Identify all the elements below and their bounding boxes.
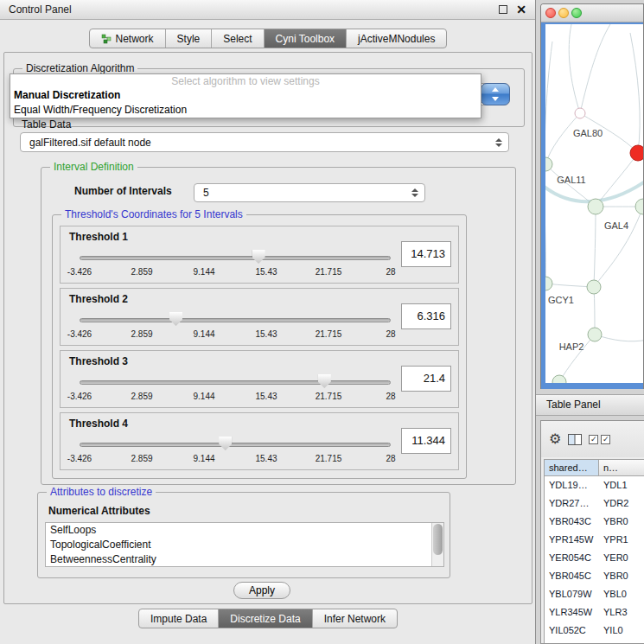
table-cell[interactable]: YER054C <box>545 549 599 567</box>
table-row[interactable]: YER054CYER0 <box>545 549 644 567</box>
tab-jactivemnodules[interactable]: jActiveMNodules <box>347 29 446 48</box>
combo-arrow-button[interactable] <box>481 83 510 105</box>
gear-icon[interactable]: ⚙ <box>549 432 561 446</box>
threshold-value-field[interactable]: 14.713 <box>401 241 451 267</box>
slider-tick-label: -3.426 <box>67 392 92 401</box>
network-node[interactable] <box>587 280 601 294</box>
table-cell[interactable]: YBL0 <box>599 585 644 603</box>
table-cell[interactable]: YIL0 <box>599 622 644 640</box>
control-panel-titlebar[interactable]: Control Panel ✕ <box>0 0 535 20</box>
threshold-value-field[interactable]: 11.344 <box>401 428 451 454</box>
table-cell[interactable]: YPR145W <box>545 531 599 549</box>
table-cell[interactable]: YER0 <box>599 549 644 567</box>
network-node[interactable] <box>552 375 566 383</box>
table-cell[interactable]: YDL19… <box>545 476 599 494</box>
network-node[interactable] <box>575 108 585 118</box>
column-header-name[interactable]: n… <box>599 460 644 475</box>
table-data-combobox[interactable]: galFiltered.sif default node <box>20 132 509 152</box>
attributes-group-title: Attributes to discretize <box>47 486 156 498</box>
threshold-label: Threshold 3 <box>69 355 128 367</box>
chevron-up-icon <box>492 87 499 92</box>
table-cell[interactable]: YLR3 <box>599 603 644 622</box>
table-row[interactable]: YPR145WYPR1 <box>545 531 644 549</box>
zoom-light-icon[interactable] <box>571 8 582 18</box>
slider-thumb[interactable] <box>219 437 232 450</box>
slider-track[interactable] <box>80 380 391 385</box>
table-panel-header[interactable]: Table Panel <box>536 394 644 416</box>
table-cell[interactable]: YDR2 <box>599 494 644 513</box>
table-cell[interactable]: YBR045C <box>545 567 599 585</box>
tab-discretize-data[interactable]: Discretize Data <box>219 609 312 628</box>
dropdown-option-equal-width-frequency[interactable]: Equal Width/Frequency Discretization <box>10 103 481 118</box>
table-row[interactable]: YBR043CYBR0 <box>545 513 644 531</box>
network-node[interactable] <box>545 157 552 171</box>
table-cell[interactable]: YLR345W <box>545 603 599 622</box>
network-canvas[interactable]: GAL80 GAL11 GAL4 GCY1 HAP2 <box>545 24 644 383</box>
slider-thumb[interactable] <box>169 312 182 326</box>
columns-icon[interactable] <box>568 434 582 445</box>
table-data-label: Table Data <box>22 118 71 131</box>
window-title: Control Panel <box>9 3 72 16</box>
tab-select[interactable]: Select <box>212 29 264 48</box>
slider-tick-label: 9.144 <box>193 392 214 401</box>
table-panel-title: Table Panel <box>546 399 601 411</box>
table-cell[interactable]: YBL079W <box>545 585 599 603</box>
checkbox-icon[interactable]: ✓ <box>589 435 598 444</box>
close-window-icon[interactable]: ✕ <box>516 3 526 16</box>
minimize-light-icon[interactable] <box>558 8 569 18</box>
tab-label: Style <box>177 30 201 48</box>
table-body: YDL19…YDL1YDR27…YDR2YBR043CYBR0YPR145WYP… <box>545 476 644 640</box>
network-node[interactable] <box>588 199 603 214</box>
slider-track[interactable] <box>80 443 391 447</box>
checkbox-icon[interactable]: ✓ <box>601 435 610 444</box>
tab-impute-data[interactable]: Impute Data <box>139 609 219 628</box>
column-header-shared-name[interactable]: shared… <box>545 460 599 475</box>
tab-style[interactable]: Style <box>166 29 213 48</box>
slider-tick-label: 21.715 <box>316 267 342 277</box>
slider-thumb[interactable] <box>318 374 331 388</box>
table-cell[interactable]: YPR1 <box>599 531 644 549</box>
table-cell[interactable]: YBR0 <box>599 513 644 531</box>
slider-thumb[interactable] <box>252 250 265 264</box>
threshold-value-field[interactable]: 6.316 <box>401 303 451 329</box>
network-node[interactable] <box>545 277 552 290</box>
table-row[interactable]: YBL079WYBL0 <box>545 585 644 603</box>
network-node[interactable] <box>588 328 602 341</box>
table-cell[interactable]: YIL052C <box>545 622 599 640</box>
table-row[interactable]: YIL052CYIL0 <box>545 622 644 640</box>
close-light-icon[interactable] <box>545 8 556 18</box>
numerical-attribute-item[interactable]: SelfLoops <box>46 523 443 538</box>
table-cell[interactable]: YBR0 <box>599 567 644 585</box>
table-cell[interactable]: YDR27… <box>545 494 599 513</box>
table-cell[interactable]: YBR043C <box>545 513 599 531</box>
scrollbar-thumb[interactable] <box>433 524 443 555</box>
numerical-attributes-list[interactable]: SelfLoopsTopologicalCoefficientBetweenne… <box>45 522 444 567</box>
slider-tick-label: 21.715 <box>316 329 342 339</box>
table-row[interactable]: YDR27…YDR2 <box>545 494 644 513</box>
table-cell[interactable]: YDL1 <box>599 476 644 494</box>
tab-network[interactable]: Network <box>90 29 166 48</box>
tab-cyni-toolbox[interactable]: Cyni Toolbox <box>265 29 347 48</box>
threshold-4-panel: Threshold 4 -3.4262.8599.14415.4321.7152… <box>60 412 459 470</box>
network-node-selected[interactable] <box>630 145 644 161</box>
slider-tick-label: 15.43 <box>255 329 277 339</box>
float-window-icon[interactable] <box>499 5 507 14</box>
threshold-value-field[interactable]: 21.4 <box>401 366 451 392</box>
slider-tick-label: 9.144 <box>193 267 214 277</box>
table-row[interactable]: YDL19…YDL1 <box>545 476 644 494</box>
slider-track[interactable] <box>80 318 391 322</box>
apply-button[interactable]: Apply <box>233 582 290 599</box>
number-of-intervals-combobox[interactable]: 5 <box>194 183 425 202</box>
dropdown-option-manual-discretization[interactable]: Manual Discretization <box>10 88 481 103</box>
numerical-attribute-item[interactable]: TopologicalCoefficient <box>46 538 443 552</box>
slider-track[interactable] <box>80 256 391 260</box>
network-node[interactable] <box>635 199 644 214</box>
list-scrollbar[interactable] <box>431 523 443 566</box>
numerical-attribute-item[interactable]: BetweennessCentrality <box>46 552 443 567</box>
slider-scale: -3.4262.8599.14415.4321.71528 <box>80 454 391 465</box>
network-window-titlebar[interactable] <box>541 4 643 22</box>
table-row[interactable]: YBR045CYBR0 <box>545 567 644 585</box>
dropdown-prompt-item[interactable]: Select algorithm to view settings <box>10 74 481 88</box>
table-row[interactable]: YLR345WYLR3 <box>545 603 644 622</box>
tab-infer-network[interactable]: Infer Network <box>313 609 397 628</box>
